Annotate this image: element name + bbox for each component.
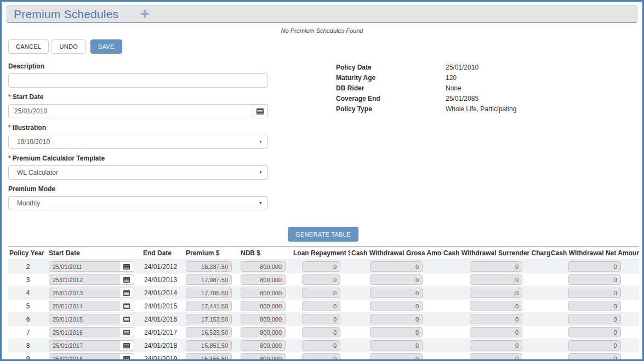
loan-repayment-input[interactable] [302,327,340,337]
generate-table-button[interactable]: GENERATE TABLE [288,227,358,242]
ndb-input[interactable] [241,274,286,285]
row-start-date-input[interactable] [49,274,119,285]
ndb-input[interactable] [241,314,286,324]
end-date-cell: 24/01/2019 [142,352,185,361]
cw-surrender-input[interactable] [470,261,522,272]
row-start-date-input[interactable] [49,261,119,272]
cw-surrender-input[interactable] [470,353,522,361]
calendar-icon [257,108,264,114]
loan-repayment-input[interactable] [302,314,340,324]
cw-gross-input[interactable] [370,261,423,272]
end-date-cell: 24/01/2012 [142,260,185,273]
ndb-input[interactable] [241,261,286,272]
calendar-icon [123,277,130,283]
cw-net-input[interactable] [568,327,621,337]
maturity-age-row: Maturity Age 120 [336,74,516,82]
cw-gross-input[interactable] [370,314,423,324]
cw-gross-input[interactable] [370,340,423,351]
loan-repayment-input[interactable] [302,353,340,361]
calendar-icon [123,329,130,335]
main-content: Description *Start Date [8,62,636,216]
cw-gross-input[interactable] [370,301,423,311]
row-calendar-button[interactable] [119,274,134,285]
description-input[interactable] [8,73,268,88]
cw-gross-input[interactable] [370,288,423,298]
cw-surrender-input[interactable] [470,288,522,298]
row-start-date-input[interactable] [49,340,119,351]
illustration-select[interactable]: 19/10/2010 [8,135,268,149]
premium-mode-select[interactable]: Monthly [8,196,268,210]
policy-year-cell: 2 [8,260,48,273]
cw-net-input[interactable] [568,314,621,324]
row-calendar-button[interactable] [119,288,134,298]
policy-year-cell: 6 [8,313,48,326]
cw-surrender-input[interactable] [470,314,522,324]
premium-input[interactable] [186,314,232,324]
row-start-date-input[interactable] [49,301,119,311]
cw-gross-input[interactable] [370,274,423,285]
loan-repayment-input[interactable] [302,274,340,285]
ndb-input[interactable] [241,301,286,311]
premium-input[interactable] [186,327,232,337]
cw-net-input[interactable] [568,301,621,311]
cancel-button[interactable]: CANCEL [8,39,49,54]
row-start-date-input[interactable] [49,314,119,324]
premium-calculator-template-select[interactable]: WL Calculator [8,165,268,180]
cw-surrender-input[interactable] [470,327,522,337]
row-calendar-button[interactable] [119,261,134,272]
end-date-cell: 24/01/2015 [142,300,185,313]
cw-surrender-input[interactable] [470,274,522,285]
end-date-cell: 24/01/2013 [142,273,185,286]
ndb-input[interactable] [241,327,286,337]
info-value: 120 [446,74,457,82]
cw-gross-input[interactable] [370,353,423,361]
row-start-date-input[interactable] [49,353,119,361]
policy-info-panel: Policy Date 25/01/2010 Maturity Age 120 … [336,62,516,216]
info-label: Policy Date [336,64,446,71]
info-value: None [446,84,461,92]
row-calendar-button[interactable] [119,314,134,324]
loan-repayment-input[interactable] [302,261,340,272]
cw-surrender-input[interactable] [470,340,522,351]
start-date-calendar-button[interactable] [253,104,268,118]
ndb-input[interactable] [241,353,286,361]
cw-gross-input[interactable] [370,327,423,337]
start-date-group: *Start Date [8,93,268,118]
undo-button[interactable]: UNDO [52,39,86,54]
premium-input[interactable] [186,340,232,351]
col-header-cw-gross: Cash Withdrawal Gross Amount $ [350,247,442,260]
row-calendar-button[interactable] [119,340,134,351]
cw-net-input[interactable] [568,353,621,361]
cw-surrender-input[interactable] [470,301,522,311]
ndb-input[interactable] [241,340,286,351]
loan-repayment-input[interactable] [302,301,340,311]
premium-input[interactable] [186,353,232,361]
cw-net-input[interactable] [568,274,621,285]
loan-repayment-input[interactable] [302,288,340,298]
start-date-input[interactable] [8,104,253,118]
add-premium-schedule-icon[interactable]: ✚ [140,9,149,19]
row-start-date-input[interactable] [49,288,119,298]
row-calendar-button[interactable] [119,327,134,337]
table-row: 7 24/01/2017 [8,326,639,339]
ndb-input[interactable] [241,288,286,298]
premium-input[interactable] [186,261,232,272]
premium-input[interactable] [186,274,232,285]
cw-net-input[interactable] [568,340,621,351]
cw-net-input[interactable] [568,288,621,298]
row-calendar-button[interactable] [119,353,134,361]
loan-repayment-input[interactable] [302,340,340,351]
row-calendar-button[interactable] [119,301,134,311]
table-row: 9 24/01/2019 [8,352,639,361]
schedule-table: Policy Year Start Date End Date Premium … [8,246,639,361]
end-date-cell: 24/01/2014 [142,286,185,300]
premium-input[interactable] [186,301,232,311]
col-header-cw-net: Cash Withdrawal Net Amount $ [550,247,639,260]
policy-year-cell: 3 [8,273,48,286]
row-start-date-input[interactable] [49,327,119,337]
info-value: 25/01/2010 [446,64,478,71]
premium-calculator-template-label: *Premium Calculator Template [8,154,268,162]
cw-net-input[interactable] [568,261,621,272]
premium-input[interactable] [186,288,232,298]
save-button[interactable]: SAVE [90,39,122,54]
